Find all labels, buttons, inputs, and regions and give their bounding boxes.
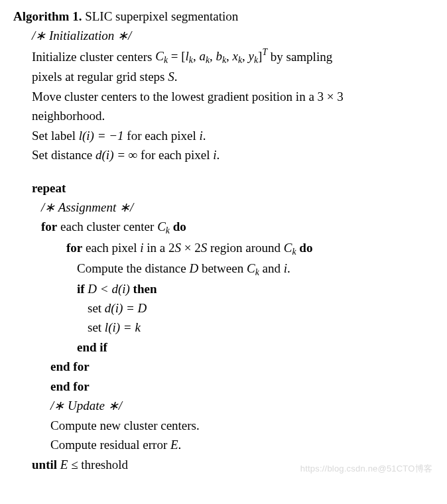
text: Move cluster centers to the lowest gradi… <box>32 90 318 103</box>
end-if: end if <box>77 338 434 357</box>
text: between <box>198 261 247 275</box>
text: pixels at regular grid steps <box>32 70 168 84</box>
algorithm-title: SLIC superpixel segmentation <box>82 9 238 23</box>
math-ck: Ck <box>284 241 296 255</box>
text: set <box>88 301 105 315</box>
math-until: E ≤ <box>60 458 78 472</box>
set-l: set l(i) = k <box>88 318 434 337</box>
algorithm-number: Algorithm 1. <box>13 9 82 23</box>
text: for each pixel <box>137 148 213 162</box>
end-for-outer: end for <box>50 377 434 396</box>
for-keyword: for <box>66 241 82 255</box>
text: in a <box>144 241 168 255</box>
compute-distance: Compute the distance D between Ck and i. <box>77 259 434 279</box>
text: Set distance <box>32 148 96 162</box>
text: Set label <box>32 129 79 143</box>
math-set-l: l(i) = k <box>105 320 141 334</box>
math-set-d: d(i) = D <box>105 301 147 315</box>
assignment-comment: /∗ Assignment ∗/ <box>41 198 434 217</box>
math-2s2s: 2S × 2S <box>168 241 207 255</box>
if-keyword: if <box>77 282 88 296</box>
end-for-inner: end for <box>50 357 434 376</box>
text: for each pixel <box>124 129 200 143</box>
math-condition: D < d(i) <box>88 282 129 296</box>
math-ck-def: Ck = [lk, ak, bk, xk, yk]T <box>155 49 267 63</box>
init-line-2: pixels at regular grid steps S. <box>32 67 434 86</box>
set-d: set d(i) = D <box>88 298 434 318</box>
until-line: until E ≤ threshold <box>32 455 434 474</box>
text: by sampling <box>267 49 332 63</box>
math-ck: Ck <box>247 261 259 275</box>
text: Compute the distance <box>77 261 189 275</box>
text: and <box>259 261 284 275</box>
math-dist-init: d(i) = ∞ <box>96 148 137 162</box>
for-inner: for each pixel i in a 2S × 2S region aro… <box>66 238 434 259</box>
init-comment: /∗ Initialization ∗/ <box>32 26 434 45</box>
text: each cluster center <box>57 220 157 233</box>
math-ck: Ck <box>157 220 170 233</box>
do-keyword: do <box>170 220 186 233</box>
compute-error: Compute residual error E. <box>50 435 434 454</box>
text: region around <box>207 241 284 255</box>
math-3x3: 3 × 3 <box>318 90 344 103</box>
text: set <box>88 320 105 334</box>
text: each pixel <box>82 241 140 255</box>
algorithm-header: Algorithm 1. SLIC superpixel segmentatio… <box>13 7 434 26</box>
do-keyword: do <box>296 241 313 255</box>
text: threshold <box>78 458 128 472</box>
until-keyword: until <box>32 458 57 472</box>
for-outer: for each cluster center Ck do <box>41 217 434 237</box>
init-line-5: Set label l(i) = −1 for each pixel i. <box>32 126 434 145</box>
init-line-3: Move cluster centers to the lowest gradi… <box>32 87 434 106</box>
then-keyword: then <box>130 282 157 296</box>
compute-centers: Compute new cluster centers. <box>50 416 434 435</box>
update-comment: /∗ Update ∗/ <box>50 396 434 415</box>
if-line: if D < d(i) then <box>77 279 434 298</box>
init-line-6: Set distance d(i) = ∞ for each pixel i. <box>32 145 434 164</box>
init-line-4: neighborhood. <box>32 106 434 125</box>
repeat-keyword: repeat <box>32 178 434 198</box>
text: Compute residual error <box>50 438 170 452</box>
var-E: E <box>170 438 178 452</box>
var-D: D <box>189 261 198 275</box>
text: Initialize cluster centers <box>32 49 155 63</box>
var-S: S <box>168 70 174 84</box>
math-label-init: l(i) = −1 <box>79 129 124 143</box>
init-line-1: Initialize cluster centers Ck = [lk, ak,… <box>32 46 434 68</box>
for-keyword: for <box>41 220 57 233</box>
